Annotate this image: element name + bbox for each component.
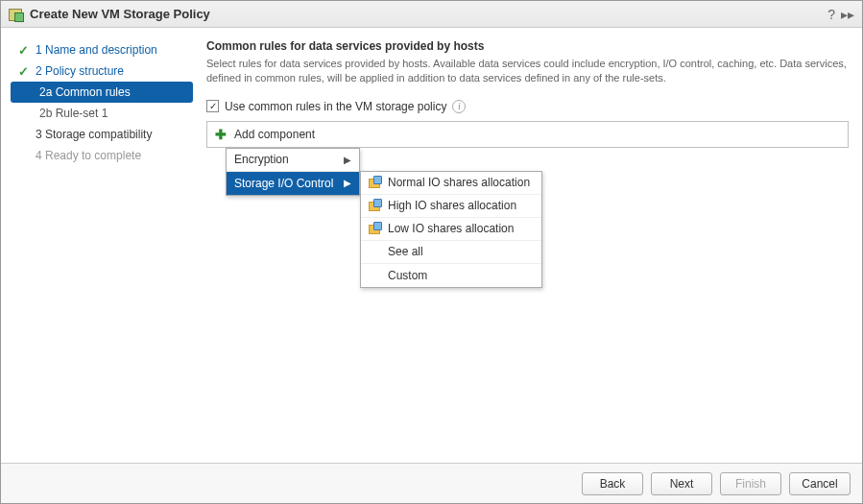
submenu-item-high-io[interactable]: High IO shares allocation xyxy=(361,195,541,218)
substep-label: 2b Rule-set 1 xyxy=(39,107,108,120)
add-component-label: Add component xyxy=(234,128,315,141)
submenu-item-label: See all xyxy=(388,245,423,258)
fast-forward-icon[interactable]: ▸▸ xyxy=(841,7,854,22)
submenu-item-label: Custom xyxy=(388,269,427,282)
step-common-rules[interactable]: 2a Common rules xyxy=(11,82,193,103)
check-icon xyxy=(16,64,30,78)
window-title: Create New VM Storage Policy xyxy=(30,7,210,21)
step-name-and-description[interactable]: 1 Name and description xyxy=(11,39,193,60)
allocation-icon xyxy=(369,222,382,235)
chevron-right-icon: ▶ xyxy=(344,155,351,165)
cancel-button[interactable]: Cancel xyxy=(789,472,851,495)
submenu-item-custom[interactable]: Custom xyxy=(361,264,541,287)
submenu-item-see-all[interactable]: See all xyxy=(361,241,541,264)
step-label: 3 Storage compatibility xyxy=(36,128,152,141)
add-component-button[interactable]: ✚ Add component xyxy=(206,121,849,148)
check-icon xyxy=(16,43,30,57)
next-button[interactable]: Next xyxy=(651,472,712,495)
allocation-icon xyxy=(369,176,382,189)
wizard-footer: Back Next Finish Cancel xyxy=(1,463,862,503)
step-storage-compatibility[interactable]: 3 Storage compatibility xyxy=(11,124,193,145)
allocation-icon xyxy=(369,199,382,212)
submenu-item-label: Low IO shares allocation xyxy=(388,222,514,235)
title-bar: Create New VM Storage Policy ? ▸▸ xyxy=(1,1,862,28)
substep-label: 2a Common rules xyxy=(39,85,131,99)
step-ready-to-complete: 4 Ready to complete xyxy=(11,145,193,166)
section-heading: Common rules for data services provided … xyxy=(206,39,849,53)
checkbox-label: Use common rules in the VM storage polic… xyxy=(225,100,446,113)
dropdown-item-encryption[interactable]: Encryption ▶ xyxy=(227,149,359,172)
step-label: 1 Name and description xyxy=(36,43,157,57)
use-common-rules-checkbox[interactable] xyxy=(206,100,219,112)
dropdown-item-label: Storage I/O Control xyxy=(234,177,333,190)
vm-storage-policy-icon xyxy=(9,7,24,22)
sioc-submenu: Normal IO shares allocation High IO shar… xyxy=(360,171,542,288)
step-label: 2 Policy structure xyxy=(36,64,124,78)
component-dropdown: Encryption ▶ Storage I/O Control ▶ xyxy=(226,148,360,196)
plus-icon: ✚ xyxy=(215,127,227,142)
finish-button: Finish xyxy=(720,472,781,495)
submenu-item-label: High IO shares allocation xyxy=(388,199,516,212)
submenu-item-low-io[interactable]: Low IO shares allocation xyxy=(361,218,541,241)
main-panel: Common rules for data services provided … xyxy=(193,28,862,463)
step-policy-structure[interactable]: 2 Policy structure xyxy=(11,60,193,82)
section-description: Select rules for data services provided … xyxy=(206,57,849,86)
wizard-sidebar: 1 Name and description 2 Policy structur… xyxy=(1,28,193,463)
step-rule-set-1[interactable]: 2b Rule-set 1 xyxy=(11,103,193,124)
back-button[interactable]: Back xyxy=(582,472,643,495)
step-indicator xyxy=(16,149,30,162)
dropdown-item-label: Encryption xyxy=(234,153,289,166)
step-label: 4 Ready to complete xyxy=(36,149,141,162)
submenu-item-label: Normal IO shares allocation xyxy=(388,176,530,189)
info-icon[interactable]: i xyxy=(452,100,466,113)
help-icon[interactable]: ? xyxy=(827,7,835,22)
chevron-right-icon: ▶ xyxy=(344,178,351,188)
dropdown-item-storage-io-control[interactable]: Storage I/O Control ▶ xyxy=(227,172,359,195)
submenu-item-normal-io[interactable]: Normal IO shares allocation xyxy=(361,172,541,195)
step-indicator xyxy=(16,128,30,141)
